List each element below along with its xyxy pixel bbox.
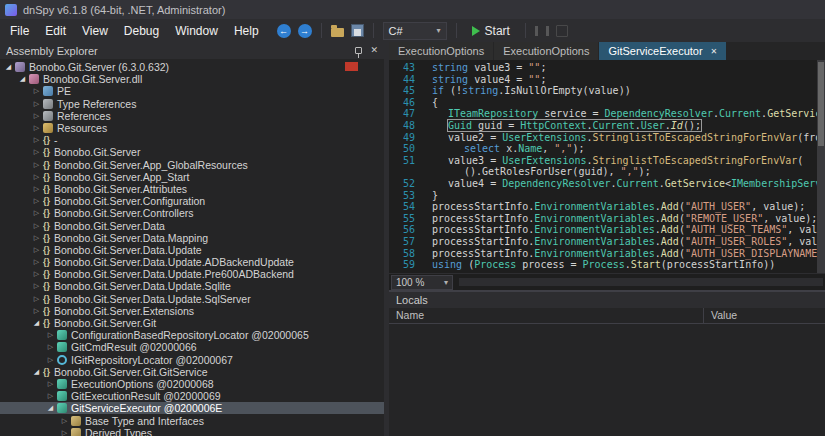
collapse-arrow-icon[interactable]: ◢ (31, 368, 42, 376)
expand-arrow-icon[interactable]: ▷ (31, 185, 42, 193)
menu-debug[interactable]: Debug (116, 21, 167, 41)
expand-arrow-icon[interactable]: ▷ (31, 234, 42, 242)
tree-item[interactable]: ▷ConfigurationBasedRepositoryLocator @02… (0, 329, 384, 341)
tree-item[interactable]: ▷{}Bonobo.Git.Server.Controllers (0, 207, 384, 219)
pe-icon (43, 86, 53, 96)
tab-ExecutionOptions[interactable]: ExecutionOptions (494, 42, 598, 60)
code-editor[interactable]: 43string value3 = "";44string value4 = "… (389, 60, 825, 273)
tab-GitServiceExecutor[interactable]: GitServiceExecutor✕ (599, 42, 726, 60)
start-debug-button[interactable]: Start (466, 23, 516, 39)
expand-arrow-icon[interactable]: ▷ (45, 392, 56, 400)
tree-item[interactable]: ▷{}Bonobo.Git.Server.Data.Mapping (0, 232, 384, 244)
tree-item[interactable]: ◢GitServiceExecutor @0200006E (0, 402, 384, 414)
expand-arrow-icon[interactable]: ▷ (31, 148, 42, 156)
expand-arrow-icon[interactable]: ▷ (31, 307, 42, 315)
tree-item[interactable]: ◢Bonobo.Git.Server (6.3.0.632) (0, 61, 384, 73)
open-file-icon[interactable] (331, 28, 344, 37)
expand-arrow-icon[interactable]: ▷ (59, 417, 70, 425)
tree-item[interactable]: ◢{}Bonobo.Git.Server.Git.GitService (0, 366, 384, 378)
tree-item[interactable]: ▷{}Bonobo.Git.Server.Data.Update.SqlServ… (0, 293, 384, 305)
tree-item[interactable]: ▷{}Bonobo.Git.Server.App_Start (0, 171, 384, 183)
code-token: Id (671, 120, 683, 131)
menu-view[interactable]: View (74, 21, 116, 41)
collapse-arrow-icon[interactable]: ◢ (45, 404, 56, 412)
code-token: ITeamRepository (448, 108, 538, 119)
close-tab-icon[interactable]: ✕ (711, 47, 718, 56)
code-token: Add (661, 236, 679, 247)
tree-item[interactable]: ▷{}- (0, 134, 384, 146)
menu-edit[interactable]: Edit (37, 21, 74, 41)
scrollbar-thumb[interactable] (818, 62, 824, 146)
line-number: 45 (389, 85, 422, 97)
pin-icon[interactable] (355, 47, 362, 54)
tree-item[interactable]: ▷{}Bonobo.Git.Server.Data.Update.Pre600A… (0, 268, 384, 280)
column-header-name[interactable]: Name (389, 308, 704, 323)
language-combobox[interactable]: C# ▾ (383, 22, 447, 40)
code-token: "REMOTE_USER" (685, 213, 763, 224)
tab-ExecutionOptions[interactable]: ExecutionOptions (389, 42, 493, 60)
expand-arrow-icon[interactable]: ▷ (31, 112, 42, 120)
expand-arrow-icon[interactable]: ▷ (31, 258, 42, 266)
expand-arrow-icon[interactable]: ▷ (31, 270, 42, 278)
expand-arrow-icon[interactable]: ▷ (31, 124, 42, 132)
tree-item[interactable]: ▷{}Bonobo.Git.Server.Data.Update (0, 244, 384, 256)
tree-item[interactable]: ▷{}Bonobo.Git.Server.Data.Update.Sqlite (0, 280, 384, 292)
tree-item[interactable]: ▷Type References (0, 98, 384, 110)
expand-arrow-icon[interactable]: ▷ (31, 173, 42, 181)
expand-arrow-icon[interactable]: ▷ (31, 282, 42, 290)
collapse-arrow-icon[interactable]: ◢ (31, 319, 42, 327)
menu-file[interactable]: File (2, 21, 37, 41)
tree-item[interactable]: ▷PE (0, 85, 384, 97)
locals-column-headers: Name Value (389, 308, 825, 324)
expand-arrow-icon[interactable]: ▷ (31, 295, 42, 303)
expand-arrow-icon[interactable]: ▷ (31, 136, 42, 144)
expand-arrow-icon[interactable]: ▷ (31, 161, 42, 169)
tree-item[interactable]: ▷{}Bonobo.Git.Server.Data (0, 219, 384, 231)
collapse-arrow-icon[interactable]: ◢ (17, 75, 28, 83)
navigate-back-button[interactable]: ← (277, 24, 291, 38)
tree-item[interactable]: ▷Base Type and Interfaces (0, 414, 384, 426)
tree-item[interactable]: ▷{}Bonobo.Git.Server.Configuration (0, 195, 384, 207)
tree-item[interactable]: ▷{}Bonobo.Git.Server.Attributes (0, 183, 384, 195)
navigate-forward-button[interactable]: → (298, 24, 312, 38)
expand-arrow-icon[interactable]: ▷ (45, 343, 56, 351)
tree-item[interactable]: ▷IGitRepositoryLocator @02000067 (0, 354, 384, 366)
expand-arrow-icon[interactable]: ▷ (45, 380, 56, 388)
expand-arrow-icon[interactable]: ▷ (31, 87, 42, 95)
code-token: ( (797, 155, 803, 166)
tree-item-label: Bonobo.Git.Server.Attributes (54, 183, 187, 195)
tree-item[interactable]: ▷{}Bonobo.Git.Server.Extensions (0, 305, 384, 317)
tree-item[interactable]: ▷GitCmdResult @02000066 (0, 341, 384, 353)
break-all-icon[interactable] (535, 26, 549, 36)
expand-arrow-icon[interactable]: ▷ (45, 331, 56, 339)
expand-arrow-icon[interactable]: ▷ (31, 100, 42, 108)
menu-help[interactable]: Help (226, 21, 267, 41)
tree-item[interactable]: ▷{}Bonobo.Git.Server.App_GlobalResources (0, 159, 384, 171)
column-header-value[interactable]: Value (704, 308, 825, 323)
tree-item[interactable]: ▷{}Bonobo.Git.Server.Data.Update.ADBacke… (0, 256, 384, 268)
code-token: Add (661, 224, 679, 235)
tree-item[interactable]: ◢Bonobo.Git.Server.dll (0, 73, 384, 85)
save-all-icon[interactable] (351, 24, 364, 37)
collapse-arrow-icon[interactable]: ◢ (3, 63, 14, 71)
tree-item[interactable]: ◢{}Bonobo.Git.Server.Git (0, 317, 384, 329)
tree-item[interactable]: ▷Resources (0, 122, 384, 134)
tree-item[interactable]: ▷References (0, 110, 384, 122)
close-panel-icon[interactable]: ✕ (370, 46, 378, 55)
expand-arrow-icon[interactable]: ▷ (45, 356, 56, 364)
zoom-combobox[interactable]: 100 % ▾ (391, 275, 453, 290)
tree-item[interactable]: ▷{}Bonobo.Git.Server (0, 146, 384, 158)
expand-arrow-icon[interactable]: ▷ (31, 209, 42, 217)
expand-arrow-icon[interactable]: ▷ (31, 197, 42, 205)
tree-item[interactable]: ▷GitExecutionResult @02000069 (0, 390, 384, 402)
editor-horizontal-scrollbar[interactable] (459, 278, 823, 286)
tree-item[interactable]: ▷ExecutionOptions @02000068 (0, 378, 384, 390)
expand-arrow-icon[interactable]: ▷ (31, 222, 42, 230)
stop-debug-icon[interactable] (556, 25, 568, 37)
tree-item[interactable]: ▷Derived Types (0, 427, 384, 436)
expand-arrow-icon[interactable]: ▷ (31, 246, 42, 254)
menu-window[interactable]: Window (167, 21, 226, 41)
expand-arrow-icon[interactable]: ▷ (59, 429, 70, 436)
ns-icon: {} (43, 294, 50, 304)
editor-vertical-scrollbar[interactable] (817, 60, 825, 273)
